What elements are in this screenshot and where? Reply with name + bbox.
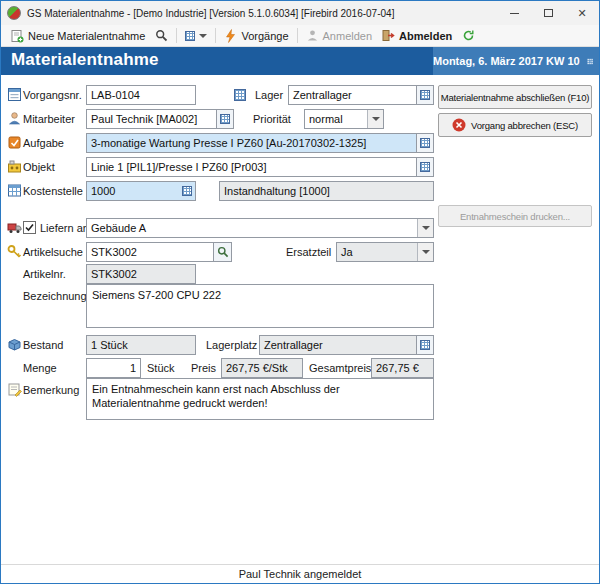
bezeichnung-label: Bezeichnung bbox=[23, 286, 87, 306]
vorgaenge-button[interactable]: Vorgänge bbox=[219, 27, 293, 45]
key-icon bbox=[7, 244, 22, 259]
logout-icon bbox=[382, 29, 395, 42]
objekt-icon bbox=[7, 159, 22, 174]
toolbar-separator bbox=[176, 28, 177, 43]
lagerplatz-label: Lagerplatz bbox=[206, 335, 257, 355]
new-document-icon bbox=[10, 29, 24, 43]
bemerkung-note-icon bbox=[7, 382, 22, 397]
mitarbeiter-icon bbox=[7, 111, 22, 126]
new-materialentnahme-button[interactable]: Neue Materialentnahme bbox=[5, 27, 150, 45]
mitarbeiter-input[interactable]: Paul Technik [MA002] bbox=[86, 109, 217, 129]
liefern-an-dropdown-button[interactable] bbox=[417, 219, 433, 237]
ersatzteil-combo: Ja bbox=[336, 242, 434, 262]
app-window: GS Materialentnahme - [Demo Industrie] [… bbox=[0, 0, 600, 584]
form-area: Vorgangsnr. Lager Zentrallager Mitarbeit… bbox=[1, 75, 599, 564]
lager-combo[interactable]: Zentrallager bbox=[288, 85, 417, 105]
kostenstelle-input[interactable]: 1000 bbox=[86, 181, 196, 201]
bestand-field: 1 Stück bbox=[86, 335, 196, 355]
search-icon bbox=[217, 246, 229, 258]
chevron-down-icon bbox=[422, 226, 430, 230]
vorgaenge-label: Vorgänge bbox=[241, 30, 288, 42]
liefern-an-combo[interactable]: Gebäude A bbox=[86, 218, 434, 238]
lager-label: Lager bbox=[255, 85, 283, 105]
lagerplatz-field: Zentrallager bbox=[259, 335, 417, 355]
cancel-button[interactable]: Vorgang abbrechen (ESC) bbox=[438, 113, 592, 137]
artikelsuche-search-button[interactable] bbox=[213, 242, 232, 262]
page-header: Materialentnahme Montag, 6. März 2017 KW… bbox=[1, 47, 599, 75]
table-icon bbox=[220, 114, 230, 124]
kostenstelle-label: Kostenstelle bbox=[23, 181, 83, 201]
lightning-icon bbox=[224, 29, 237, 43]
table-icon bbox=[420, 340, 430, 350]
kostenstelle-icon bbox=[7, 183, 22, 198]
aufgabe-label: Aufgabe bbox=[23, 133, 64, 153]
maximize-button[interactable] bbox=[531, 1, 565, 25]
mitarbeiter-label: Mitarbeiter bbox=[23, 109, 75, 129]
aufgabe-icon bbox=[7, 135, 22, 150]
objekt-input[interactable] bbox=[86, 157, 417, 177]
ersatzteil-value: Ja bbox=[337, 243, 417, 261]
bestand-label: Bestand bbox=[23, 335, 63, 355]
refresh-button[interactable] bbox=[457, 27, 480, 44]
window-controls: ✕ bbox=[497, 1, 599, 25]
close-button[interactable]: ✕ bbox=[565, 1, 599, 25]
maximize-icon bbox=[544, 9, 553, 17]
chevron-down-icon bbox=[199, 34, 207, 38]
minimize-button[interactable] bbox=[497, 1, 531, 25]
header-date-band: Montag, 6. März 2017 KW 10 bbox=[433, 47, 599, 75]
prioritaet-dropdown-button[interactable] bbox=[367, 110, 383, 128]
bemerkung-label: Bemerkung bbox=[23, 380, 79, 400]
menge-label: Menge bbox=[23, 358, 57, 378]
vorgangsnr-lookup-icon[interactable] bbox=[234, 89, 246, 101]
liefern-an-checkbox[interactable] bbox=[23, 221, 36, 234]
abmelden-button[interactable]: Abmelden bbox=[377, 27, 457, 44]
ersatzteil-dropdown-button[interactable] bbox=[417, 243, 433, 261]
page-title: Materialentnahme bbox=[11, 50, 159, 70]
aufgabe-input[interactable] bbox=[86, 133, 417, 153]
app-logo-icon bbox=[7, 6, 21, 20]
new-materialentnahme-label: Neue Materialentnahme bbox=[28, 30, 145, 42]
vorgangsnr-input[interactable] bbox=[86, 85, 196, 105]
preis-label: Preis bbox=[191, 358, 216, 378]
table-icon bbox=[420, 90, 430, 100]
refresh-icon bbox=[462, 29, 475, 42]
prioritaet-combo[interactable]: normal bbox=[304, 109, 384, 129]
list-icon bbox=[185, 31, 195, 41]
vorgangsnr-label: Vorgangsnr. bbox=[23, 85, 82, 105]
titlebar: GS Materialentnahme - [Demo Industrie] [… bbox=[1, 1, 599, 25]
kostenstelle-value: 1000 bbox=[91, 185, 115, 197]
toolbar-separator bbox=[297, 28, 298, 43]
grid-dots-icon[interactable] bbox=[587, 55, 593, 68]
lager-lookup-button[interactable] bbox=[416, 85, 434, 105]
cancel-x-icon bbox=[452, 118, 466, 132]
print-button[interactable]: Entnahmeschein drucken... bbox=[438, 205, 592, 227]
person-icon bbox=[306, 29, 319, 42]
prioritaet-label: Priorität bbox=[253, 109, 291, 129]
list-dropdown-button[interactable] bbox=[180, 29, 212, 43]
anmelden-label: Anmelden bbox=[323, 30, 373, 42]
kostenstelle-lookup-icon[interactable] bbox=[182, 186, 192, 196]
bestand-box-icon bbox=[7, 337, 22, 352]
objekt-lookup-button[interactable] bbox=[416, 157, 434, 177]
chevron-down-icon bbox=[422, 250, 430, 254]
anmelden-button[interactable]: Anmelden bbox=[301, 27, 378, 44]
artikelsuche-input[interactable] bbox=[86, 242, 214, 262]
toolbar-separator bbox=[215, 28, 216, 43]
search-vorgang-button[interactable] bbox=[150, 27, 173, 44]
bemerkung-field[interactable]: Ein Entnahmeschein kann erst nach Abschl… bbox=[86, 378, 434, 420]
toolbar: Neue Materialentnahme Vorgänge Anmelden … bbox=[1, 25, 599, 47]
objekt-label: Objekt bbox=[23, 157, 55, 177]
minimize-icon bbox=[510, 13, 519, 14]
menge-input[interactable] bbox=[86, 358, 141, 378]
abmelden-label: Abmelden bbox=[399, 30, 452, 42]
finish-button[interactable]: Materialentnahme abschließen (F10) bbox=[438, 85, 592, 109]
bezeichnung-field: Siemens S7-200 CPU 222 bbox=[86, 284, 434, 328]
delivery-truck-icon bbox=[7, 220, 22, 235]
prioritaet-value: normal bbox=[305, 110, 367, 128]
lagerplatz-lookup-button[interactable] bbox=[416, 335, 434, 355]
mitarbeiter-lookup-button[interactable] bbox=[216, 109, 234, 129]
chevron-down-icon bbox=[372, 117, 380, 121]
aufgabe-lookup-button[interactable] bbox=[416, 133, 434, 153]
search-icon bbox=[155, 29, 168, 42]
checkmark-icon bbox=[24, 222, 35, 233]
